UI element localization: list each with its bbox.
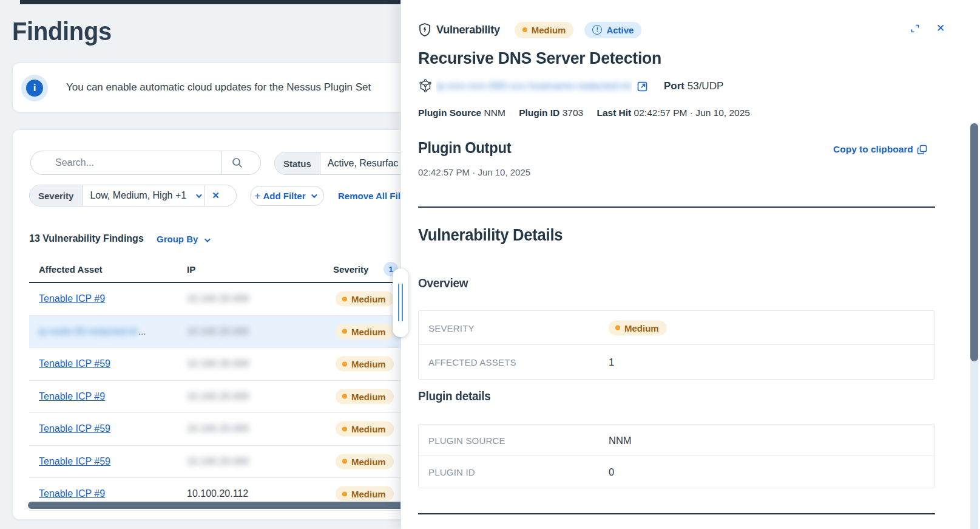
- asset-link[interactable]: Tenable ICP #9: [39, 293, 105, 304]
- severity-filter-value: Low, Medium, High +1: [83, 190, 192, 201]
- detail-label: PLUGIN ID: [428, 467, 475, 477]
- group-by-label: Group By: [157, 234, 198, 244]
- plugin-meta: Plugin Source NNM Plugin ID 3703 Last Hi…: [418, 108, 750, 118]
- severity-badge: Medium: [609, 320, 667, 335]
- ip-cell: 10.100.20.000: [187, 326, 249, 337]
- asset-link[interactable]: Tenable ICP #59: [39, 456, 110, 467]
- status-badge: !Active: [584, 22, 641, 38]
- redacted-ip-text: 10.100.20.000: [187, 358, 249, 369]
- search-icon[interactable]: [231, 157, 243, 169]
- shield-vulnerability-icon: [418, 22, 431, 37]
- severity-dot-icon: [342, 394, 347, 399]
- severity-cell: Medium: [336, 292, 394, 307]
- severity-label: Medium: [351, 424, 386, 434]
- redacted-ip-text: 10.100.20.000: [187, 391, 249, 401]
- window-top-strip: [20, 0, 402, 4]
- severity-badge: Medium: [336, 421, 394, 437]
- expand-panel-icon[interactable]: [910, 23, 921, 34]
- ip-cell: 10.100.20.000: [187, 391, 249, 402]
- severity-badge: Medium: [336, 292, 394, 307]
- overview-table: SEVERITYMediumAFFECTED ASSETS1: [418, 310, 935, 380]
- severity-dot-icon: [342, 361, 347, 366]
- detail-label: PLUGIN SOURCE: [428, 435, 505, 445]
- severity-label: Medium: [351, 294, 386, 304]
- chevron-down-icon[interactable]: [196, 192, 202, 198]
- severity-cell: Medium: [336, 421, 394, 437]
- redacted-asset-text: ip-node-00-redacted-id: [39, 326, 137, 336]
- clear-filter-icon[interactable]: ✕: [204, 190, 227, 201]
- severity-label: Medium: [351, 359, 386, 369]
- external-link-icon[interactable]: [637, 81, 648, 92]
- asset-link[interactable]: Tenable ICP #59: [39, 358, 110, 369]
- asset-link[interactable]: Tenable ICP #9: [39, 488, 105, 499]
- detail-panel: Vulnerability Medium !Active ✕ Recursive…: [400, 0, 980, 529]
- detail-label: AFFECTED ASSETS: [428, 357, 516, 367]
- severity-dot-icon: [342, 491, 347, 496]
- vulnerability-details-heading: Vulnerability Details: [418, 226, 570, 245]
- ip-cell: 10.100.20.000: [187, 456, 249, 467]
- severity-filter[interactable]: Severity Low, Medium, High +1 ✕: [29, 185, 237, 206]
- finding-type-label: Vulnerability: [436, 24, 500, 36]
- search-input[interactable]: [55, 154, 219, 172]
- overview-heading: Overview: [418, 276, 471, 290]
- close-icon[interactable]: ✕: [936, 22, 945, 35]
- redacted-ip-text: 10.100.20.000: [187, 456, 249, 466]
- panel-resize-handle[interactable]: [393, 268, 408, 337]
- vertical-scrollbar-track[interactable]: [970, 123, 978, 529]
- section-divider: [418, 206, 935, 208]
- finding-title: Recursive DNS Server Detection: [418, 49, 674, 68]
- group-by-dropdown[interactable]: Group By: [157, 234, 212, 244]
- info-icon: i: [21, 75, 48, 101]
- severity-filter-label: Severity: [30, 185, 83, 206]
- severity-label: Medium: [351, 456, 386, 466]
- detail-value: NNM: [609, 434, 632, 446]
- add-filter-label: Add Filter: [263, 191, 305, 201]
- column-header-ip[interactable]: IP: [187, 264, 195, 275]
- vertical-scrollbar-thumb[interactable]: [970, 123, 978, 361]
- asset-link[interactable]: Tenable ICP #59: [39, 423, 110, 434]
- column-header-affected-asset[interactable]: Affected Asset: [39, 264, 102, 275]
- drag-grip-icon: [398, 284, 399, 321]
- remove-all-filters-link[interactable]: Remove All Filt: [338, 191, 404, 201]
- severity-badge: Medium: [336, 389, 394, 404]
- panel-header: Vulnerability Medium !Active: [418, 21, 641, 38]
- severity-cell: Medium: [336, 486, 394, 502]
- severity-badge: Medium: [336, 486, 394, 502]
- findings-page: Findings i You can enable automatic clou…: [0, 0, 980, 529]
- asset-cube-icon: [418, 78, 433, 94]
- redacted-ip-text: 10.100.20.000: [187, 326, 249, 336]
- chevron-down-icon: [204, 236, 210, 242]
- severity-dot-icon: [522, 27, 527, 32]
- severity-dot-icon: [615, 326, 620, 330]
- ip-cell: 10.100.20.000: [187, 358, 249, 369]
- asset-link[interactable]: ip-node-00-redacted-id...: [39, 326, 146, 337]
- severity-label: Medium: [624, 323, 659, 333]
- detail-row: SEVERITYMedium: [419, 311, 934, 345]
- redacted-asset-link[interactable]: ip-nnn-nnn-000-xxx-hostname-redacted-int: [436, 77, 632, 95]
- asset-row: ip-nnn-nnn-000-xxx-hostname-redacted-int…: [418, 77, 723, 96]
- ellipsis-text: ...: [138, 326, 146, 336]
- severity-cell: Medium: [336, 454, 394, 469]
- status-filter-value: Active, Resurfac: [320, 158, 404, 169]
- copy-to-clipboard-button[interactable]: Copy to clipboard: [833, 144, 927, 155]
- severity-label: Medium: [351, 326, 386, 336]
- plugin-details-table: PLUGIN SOURCENNMPLUGIN ID0: [418, 424, 935, 488]
- status-filter-label: Status: [275, 152, 320, 174]
- alert-circle-icon: !: [592, 25, 602, 35]
- add-filter-button[interactable]: + Add Filter: [250, 186, 324, 206]
- severity-dot-icon: [342, 426, 347, 431]
- severity-badge: Medium: [336, 324, 394, 339]
- detail-row: PLUGIN ID0: [419, 456, 934, 488]
- plugin-output-heading: Plugin Output: [418, 139, 516, 157]
- severity-badge: Medium: [336, 357, 394, 372]
- asset-link[interactable]: Tenable ICP #9: [39, 391, 105, 402]
- plugin-details-heading: Plugin details: [418, 389, 495, 403]
- search-divider: [221, 151, 221, 174]
- findings-count: 13 Vulnerability Findings: [29, 233, 144, 244]
- redacted-ip-text: 10.100.20.000: [187, 423, 249, 434]
- severity-dot-icon: [342, 459, 347, 464]
- ip-cell: 10.100.20.000: [187, 423, 249, 434]
- drag-grip-icon: [402, 284, 403, 321]
- search-box[interactable]: [30, 151, 261, 175]
- column-header-severity[interactable]: Severity: [333, 264, 368, 275]
